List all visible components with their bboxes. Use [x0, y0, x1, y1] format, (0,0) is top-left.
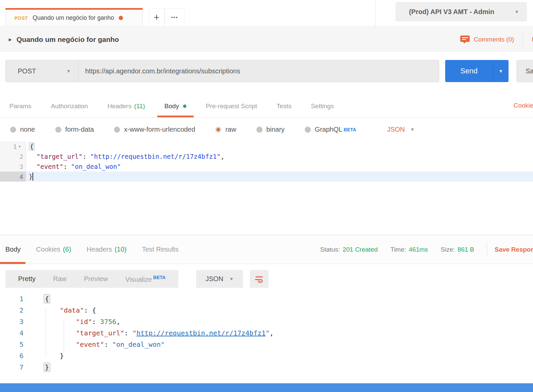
- code-segment-plain: [44, 340, 76, 348]
- code-line[interactable]: 1{: [0, 293, 533, 305]
- save-response-button[interactable]: Save Response: [494, 246, 533, 253]
- line-number: 3: [0, 161, 26, 172]
- line-number: 7: [0, 362, 28, 373]
- response-view-switcher: Pretty Raw Preview VisualizeBETA: [5, 270, 178, 288]
- examples-button[interactable]: Examples: [532, 36, 533, 43]
- code-line[interactable]: 4 "target_url": "http://requestbin.net/r…: [0, 327, 533, 339]
- tab-authorization[interactable]: Authorization: [51, 95, 88, 117]
- tab-body[interactable]: Body: [165, 95, 186, 117]
- disclosure-triangle-icon[interactable]: ▶: [9, 37, 12, 42]
- request-body-editor[interactable]: 1▾{2 "target_url": "http://requestbin.ne…: [0, 141, 533, 235]
- send-button[interactable]: Send ▼: [445, 60, 509, 82]
- code-segment-plain: : {: [84, 306, 96, 314]
- send-label[interactable]: Send: [445, 60, 493, 82]
- tab-params[interactable]: Params: [9, 95, 31, 117]
- code-text: }: [28, 350, 64, 362]
- tab-headers[interactable]: Headers(11): [107, 95, 145, 117]
- size-badge: Size: 861 B: [441, 246, 474, 253]
- line-number: 1: [0, 293, 28, 305]
- body-language-selector[interactable]: JSON ▼: [387, 126, 414, 133]
- tab-method-badge: POST: [14, 15, 28, 21]
- url-input[interactable]: https://api.agendor.com.br/integrations/…: [78, 60, 439, 82]
- line-number: 2: [0, 305, 28, 316]
- code-line[interactable]: 2 "data": {: [0, 305, 533, 316]
- response-body-viewer[interactable]: 1{2 "data": {3 "id": 3756,4 "target_url"…: [0, 293, 533, 383]
- body-mode-none[interactable]: none: [10, 126, 35, 133]
- code-segment-string: ": [265, 329, 270, 337]
- request-tabs: Params Authorization Headers(11) Body Pr…: [0, 95, 533, 118]
- chevron-down-icon: ▼: [229, 277, 234, 281]
- tab-pre-request-script[interactable]: Pre-request Script: [206, 95, 257, 117]
- wrap-lines-button[interactable]: [250, 270, 269, 288]
- headers-count: (11): [134, 103, 145, 110]
- chevron-down-icon: ▼: [66, 69, 71, 73]
- code-line[interactable]: 7}: [0, 362, 533, 373]
- environment-name: (Prod) API V3 AMT - Admin: [409, 8, 515, 16]
- code-line[interactable]: 6 }: [0, 350, 533, 362]
- response-format-selector[interactable]: JSON ▼: [196, 270, 243, 288]
- body-mode-binary[interactable]: binary: [256, 126, 285, 133]
- code-segment-string: "on_deal_won": [112, 340, 165, 348]
- line-number: 2: [0, 151, 26, 161]
- body-mode-form-data[interactable]: form-data: [55, 126, 94, 133]
- new-tab-button[interactable]: +: [149, 8, 165, 26]
- time-badge: Time: 461ms: [391, 246, 428, 253]
- save-button[interactable]: Save: [517, 60, 533, 82]
- graphql-beta-badge: BETA: [344, 127, 356, 132]
- view-visualize[interactable]: VisualizeBETA: [116, 275, 174, 283]
- radio-icon: [305, 127, 311, 133]
- divider: [375, 0, 375, 26]
- comment-icon: [460, 36, 470, 44]
- code-text: "event": "on_deal_won": [28, 339, 165, 350]
- code-line[interactable]: 2 "target_url": "http://requestbin.net/r…: [0, 151, 533, 161]
- code-segment-cursor: [33, 173, 33, 181]
- response-format-value: JSON: [205, 275, 223, 283]
- url-row: POST ▼ https://api.agendor.com.br/integr…: [0, 52, 533, 95]
- code-segment-plain: [44, 318, 76, 326]
- code-line[interactable]: 3 "event": "on_deal_won": [0, 161, 533, 172]
- comments-button[interactable]: Comments (0): [474, 36, 514, 43]
- view-preview[interactable]: Preview: [75, 275, 116, 283]
- code-segment-plain: ,: [116, 318, 120, 326]
- request-tab[interactable]: POST Quando um negócio for ganho: [5, 8, 143, 26]
- response-tab-headers[interactable]: Headers(10): [86, 235, 126, 264]
- body-mode-raw[interactable]: raw: [215, 126, 236, 133]
- code-segment-plain: }: [29, 173, 33, 180]
- body-mode-x-www-form-urlencoded[interactable]: x-www-form-urlencoded: [114, 126, 195, 133]
- tab-tests[interactable]: Tests: [277, 95, 291, 117]
- code-segment-string: "http://requestbin.net/r/17z4bfz1": [90, 153, 221, 160]
- line-number: 1▾: [0, 141, 26, 151]
- code-line[interactable]: 5 "event": "on_deal_won": [0, 339, 533, 350]
- cookies-link[interactable]: Cookies: [514, 95, 533, 116]
- response-tab-test-results[interactable]: Test Results: [142, 235, 179, 264]
- view-pretty[interactable]: Pretty: [9, 275, 44, 283]
- send-options-button[interactable]: ▼: [493, 60, 509, 82]
- radio-icon: [114, 127, 120, 133]
- code-segment-bracket: }: [44, 363, 50, 372]
- view-raw[interactable]: Raw: [44, 275, 75, 283]
- url-link[interactable]: http://requestbin.net/r/17z4bfz1: [136, 329, 265, 337]
- response-toolbar: Pretty Raw Preview VisualizeBETA JSON ▼: [0, 264, 533, 293]
- divider: [523, 33, 523, 46]
- chevron-down-icon: ▼: [410, 127, 415, 132]
- code-line[interactable]: 3 "id": 3756,: [0, 316, 533, 327]
- environment-selector[interactable]: (Prod) API V3 AMT - Admin ▼: [396, 2, 527, 21]
- body-mode-graphql[interactable]: GraphQL BETA: [305, 126, 356, 133]
- code-segment-number: 3756: [100, 318, 116, 326]
- code-segment-key: "event": [76, 340, 104, 348]
- response-tab-cookies[interactable]: Cookies(6): [36, 235, 71, 264]
- code-line[interactable]: 4}: [0, 172, 533, 182]
- code-segment-plain: [29, 153, 37, 160]
- method-selector[interactable]: POST ▼: [5, 60, 78, 82]
- bottom-bar: [0, 383, 533, 392]
- code-line[interactable]: 1▾{: [0, 141, 533, 151]
- code-segment-plain: :: [124, 329, 132, 337]
- radio-icon: [55, 127, 61, 133]
- response-tab-body[interactable]: Body: [5, 235, 21, 264]
- line-number: 3: [0, 316, 28, 327]
- tab-options-button[interactable]: •••: [165, 8, 185, 26]
- tab-settings[interactable]: Settings: [311, 95, 334, 117]
- fold-caret-icon[interactable]: ▾: [18, 144, 23, 149]
- code-text: "target_url": "http://requestbin.net/r/1…: [26, 151, 224, 161]
- radio-icon: [256, 127, 262, 133]
